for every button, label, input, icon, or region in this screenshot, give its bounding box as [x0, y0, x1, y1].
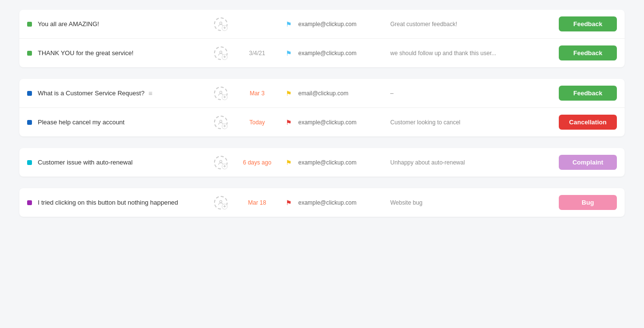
section-gap	[19, 75, 625, 79]
note-col: Customer looking to cancel	[385, 119, 559, 126]
add-assignee-icon[interactable]: +	[222, 164, 228, 169]
flag-icon: ⚑	[286, 159, 292, 166]
svg-point-3	[220, 120, 222, 122]
task-name: You all are AMAZING!	[38, 20, 206, 28]
email-col: example@clickup.com	[298, 119, 385, 126]
table-row[interactable]: You all are AMAZING! +⚑example@clickup.c…	[19, 10, 625, 39]
flag-icon: ⚑	[286, 49, 292, 57]
assignee-col[interactable]: +	[206, 116, 235, 129]
table-row[interactable]: THANK YOU for the great service! +3/4/21…	[19, 39, 625, 67]
add-assignee-icon[interactable]: +	[222, 94, 228, 100]
status-dot	[27, 51, 32, 56]
task-name-text: Customer issue with auto-renewal	[38, 159, 133, 166]
avatar: +	[214, 17, 228, 31]
flag-col[interactable]: ⚑	[279, 159, 298, 166]
add-assignee-icon[interactable]: +	[222, 123, 228, 129]
section-gap	[19, 144, 625, 148]
section-1: You all are AMAZING! +⚑example@clickup.c…	[19, 10, 625, 67]
list-icon: ≡	[148, 89, 152, 97]
assignee-col[interactable]: +	[206, 46, 235, 60]
flag-col[interactable]: ⚑	[279, 199, 298, 207]
email-col: email@clickup.com	[298, 90, 385, 97]
task-name: What is a Customer Service Request?≡	[38, 89, 206, 97]
avatar: +	[214, 116, 228, 129]
section-3: Customer issue with auto-renewal +6 days…	[19, 148, 625, 177]
flag-icon: ⚑	[286, 199, 292, 207]
svg-point-5	[220, 200, 222, 203]
svg-point-1	[220, 51, 222, 53]
email-col: example@clickup.com	[298, 50, 385, 57]
email-col: example@clickup.com	[298, 159, 385, 166]
avatar: +	[214, 87, 228, 100]
tag-button[interactable]: Feedback	[559, 16, 617, 31]
avatar: +	[214, 46, 228, 60]
flag-col[interactable]: ⚑	[279, 20, 298, 28]
table-row[interactable]: What is a Customer Service Request?≡ +Ma…	[19, 79, 625, 108]
add-assignee-icon[interactable]: +	[222, 54, 228, 60]
note-col: Unhappy about auto-renewal	[385, 159, 559, 166]
flag-col[interactable]: ⚑	[279, 89, 298, 97]
status-dot	[27, 120, 32, 125]
flag-icon: ⚑	[286, 119, 292, 126]
table-row[interactable]: I tried clicking on this button but noth…	[19, 188, 625, 217]
note-col: we should follow up and thank this user.…	[385, 50, 559, 57]
task-name-text: You all are AMAZING!	[38, 20, 99, 28]
svg-point-2	[220, 91, 222, 93]
due-date: Mar 3	[235, 90, 279, 97]
tag-button[interactable]: Cancellation	[559, 115, 617, 130]
task-name-text: I tried clicking on this button but noth…	[38, 199, 178, 206]
note-col: Website bug	[385, 199, 559, 206]
assignee-col[interactable]: +	[206, 87, 235, 100]
section-4: I tried clicking on this button but noth…	[19, 188, 625, 217]
task-name-text: What is a Customer Service Request?	[38, 89, 144, 97]
add-assignee-icon[interactable]: +	[222, 204, 228, 209]
task-name: I tried clicking on this button but noth…	[38, 199, 206, 206]
add-assignee-icon[interactable]: +	[222, 25, 228, 31]
due-date: Today	[235, 119, 279, 126]
email-col: example@clickup.com	[298, 21, 385, 28]
task-name: Please help cancel my account	[38, 119, 206, 126]
assignee-col[interactable]: +	[206, 17, 235, 31]
assignee-col[interactable]: +	[206, 156, 235, 169]
section-gap	[19, 184, 625, 188]
table-row[interactable]: Customer issue with auto-renewal +6 days…	[19, 148, 625, 177]
status-dot	[27, 200, 32, 205]
due-date: 6 days ago	[235, 159, 279, 166]
note-col: –	[385, 90, 559, 97]
due-date: Mar 18	[235, 199, 279, 206]
flag-icon: ⚑	[286, 20, 292, 28]
svg-point-0	[220, 22, 222, 24]
svg-point-4	[220, 160, 222, 163]
tag-button[interactable]: Complaint	[559, 155, 617, 170]
task-name-text: Please help cancel my account	[38, 119, 124, 126]
status-dot	[27, 160, 32, 165]
main-content: You all are AMAZING! +⚑example@clickup.c…	[0, 0, 644, 234]
email-col: example@clickup.com	[298, 199, 385, 206]
assignee-col[interactable]: +	[206, 196, 235, 209]
task-name: Customer issue with auto-renewal	[38, 159, 206, 166]
tag-button[interactable]: Feedback	[559, 86, 617, 101]
flag-col[interactable]: ⚑	[279, 49, 298, 57]
flag-col[interactable]: ⚑	[279, 119, 298, 126]
table-row[interactable]: Please help cancel my account +Today⚑exa…	[19, 108, 625, 136]
due-date: 3/4/21	[235, 50, 279, 57]
task-name: THANK YOU for the great service!	[38, 49, 206, 57]
status-dot	[27, 91, 32, 96]
avatar: +	[214, 156, 228, 169]
note-col: Great customer feedback!	[385, 21, 559, 28]
section-2: What is a Customer Service Request?≡ +Ma…	[19, 79, 625, 136]
status-dot	[27, 22, 32, 27]
tag-button[interactable]: Feedback	[559, 45, 617, 60]
tag-button[interactable]: Bug	[559, 195, 617, 210]
task-name-text: THANK YOU for the great service!	[38, 49, 134, 57]
avatar: +	[214, 196, 228, 209]
flag-icon: ⚑	[286, 89, 292, 97]
